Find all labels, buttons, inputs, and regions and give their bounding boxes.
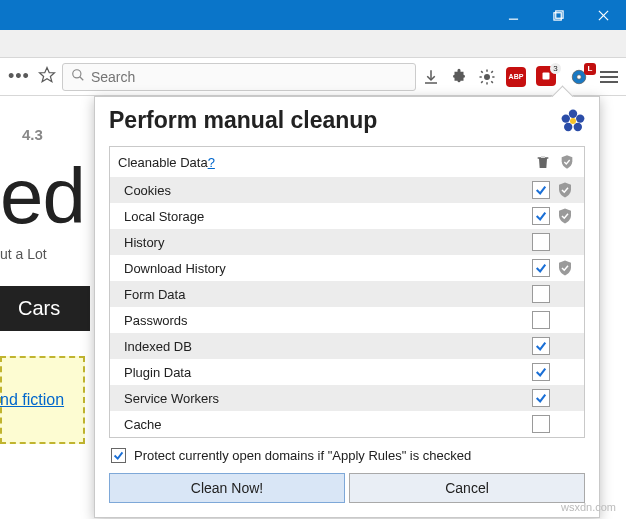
cleanable-row-plugin-data: Plugin Data: [110, 359, 584, 385]
downloads-icon[interactable]: [422, 68, 440, 86]
tab-strip: [0, 30, 626, 58]
extensions-puzzle-icon[interactable]: [450, 68, 468, 86]
cleanable-row-label: History: [124, 235, 532, 250]
svg-line-7: [80, 77, 84, 81]
cleanable-row-label: Plugin Data: [124, 365, 532, 380]
cleanable-row-indexed-db: Indexed DB: [110, 333, 584, 359]
cleanable-row-label: Indexed DB: [124, 339, 532, 354]
cleanable-row-service-workers: Service Workers: [110, 385, 584, 411]
cleanable-row-label: Service Workers: [124, 391, 532, 406]
svg-rect-1: [554, 12, 561, 19]
browser-toolbar: ••• ABP 3 L: [0, 58, 626, 96]
cleanable-row-checkbox[interactable]: [532, 415, 550, 433]
cleanable-row-shield-icon: [554, 259, 576, 277]
clean-now-button[interactable]: Clean Now!: [109, 473, 345, 503]
window-titlebar: [0, 0, 626, 30]
bg-link-fragment[interactable]: nd fiction: [0, 391, 64, 409]
popup-title: Perform manual cleanup: [109, 107, 377, 134]
svg-point-6: [73, 70, 81, 78]
svg-point-10: [485, 74, 490, 79]
window-close-button[interactable]: [581, 0, 626, 30]
cancel-button[interactable]: Cancel: [349, 473, 585, 503]
cleanable-row-cookies: Cookies: [110, 177, 584, 203]
search-box[interactable]: [62, 63, 416, 91]
cleanable-row-label: Passwords: [124, 313, 532, 328]
svg-point-16: [574, 122, 582, 130]
cleanable-row-history: History: [110, 229, 584, 255]
svg-point-15: [576, 114, 584, 122]
cleanable-row-form-data: Form Data: [110, 281, 584, 307]
cleanable-data-help-link[interactable]: ?: [208, 155, 215, 170]
adblock-plus-icon[interactable]: ABP: [506, 67, 526, 87]
cleanable-row-label: Cookies: [124, 183, 532, 198]
forget-me-not-gear-icon[interactable]: L: [568, 66, 590, 88]
watermark: wsxdn.com: [561, 501, 616, 513]
forget-me-not-flower-icon: [561, 109, 585, 133]
header-shield-icon: [558, 153, 576, 171]
cleanable-row-checkbox[interactable]: [532, 181, 550, 199]
window-minimize-button[interactable]: [491, 0, 536, 30]
cleanable-row-checkbox[interactable]: [532, 363, 550, 381]
cleanable-row-shield-icon: [554, 207, 576, 225]
page-actions-overflow-icon[interactable]: •••: [8, 66, 30, 87]
window-maximize-button[interactable]: [536, 0, 581, 30]
cleanable-row-label: Local Storage: [124, 209, 532, 224]
forget-me-not-badge: L: [584, 63, 596, 75]
cleanable-row-download-history: Download History: [110, 255, 584, 281]
cleanable-row-checkbox[interactable]: [532, 233, 550, 251]
bg-rating: 4.3: [22, 126, 43, 143]
cleanable-row-passwords: Passwords: [110, 307, 584, 333]
bg-subtext-fragment: ut a Lot: [0, 246, 47, 262]
cleanable-row-checkbox[interactable]: [532, 311, 550, 329]
settings-gear-icon[interactable]: [478, 68, 496, 86]
cleanable-row-label: Form Data: [124, 287, 532, 302]
cleanable-row-shield-icon: [554, 181, 576, 199]
svg-rect-2: [556, 10, 563, 17]
cleanable-data-box: Cleanable Data? CookiesLocal StorageHist…: [109, 146, 585, 438]
cleanable-row-checkbox[interactable]: [532, 285, 550, 303]
protect-open-domains-row[interactable]: Protect currently open domains if "Apply…: [109, 438, 585, 473]
bg-nav-cars[interactable]: Cars P: [0, 286, 90, 331]
cleanable-row-label: Download History: [124, 261, 532, 276]
cleanable-row-local-storage: Local Storage: [110, 203, 584, 229]
search-input[interactable]: [91, 69, 407, 85]
page-content: 4.3 ed ut a Lot Cars P nd fiction Perfor…: [0, 96, 626, 519]
search-icon: [71, 68, 85, 85]
cleanable-row-checkbox[interactable]: [532, 207, 550, 225]
app-menu-icon[interactable]: [600, 71, 618, 83]
svg-marker-5: [39, 68, 54, 82]
cleanable-row-label: Cache: [124, 417, 532, 432]
protect-open-domains-checkbox[interactable]: [111, 448, 126, 463]
cleanable-row-checkbox[interactable]: [532, 389, 550, 407]
protect-open-domains-label: Protect currently open domains if "Apply…: [134, 448, 471, 463]
bg-heading-fragment: ed: [0, 151, 85, 242]
svg-point-13: [577, 74, 582, 79]
svg-point-18: [562, 114, 570, 122]
extension-badge-count: 3: [550, 63, 561, 74]
extension-red-badge-icon[interactable]: 3: [536, 66, 558, 88]
svg-rect-11: [543, 72, 550, 79]
cleanup-popup: Perform manual cleanup Cleanable Data? C…: [94, 96, 600, 518]
cleanable-data-label: Cleanable Data: [118, 155, 208, 170]
cleanable-row-cache: Cache: [110, 411, 584, 437]
svg-point-19: [570, 118, 576, 124]
svg-point-17: [564, 122, 572, 130]
header-trash-icon: [534, 153, 552, 171]
cleanable-row-checkbox[interactable]: [532, 337, 550, 355]
cleanable-data-header: Cleanable Data?: [110, 147, 584, 177]
bookmark-star-icon[interactable]: [38, 66, 56, 87]
svg-point-14: [569, 109, 577, 117]
bg-nav-cars-label: Cars: [18, 297, 60, 320]
cleanable-row-checkbox[interactable]: [532, 259, 550, 277]
